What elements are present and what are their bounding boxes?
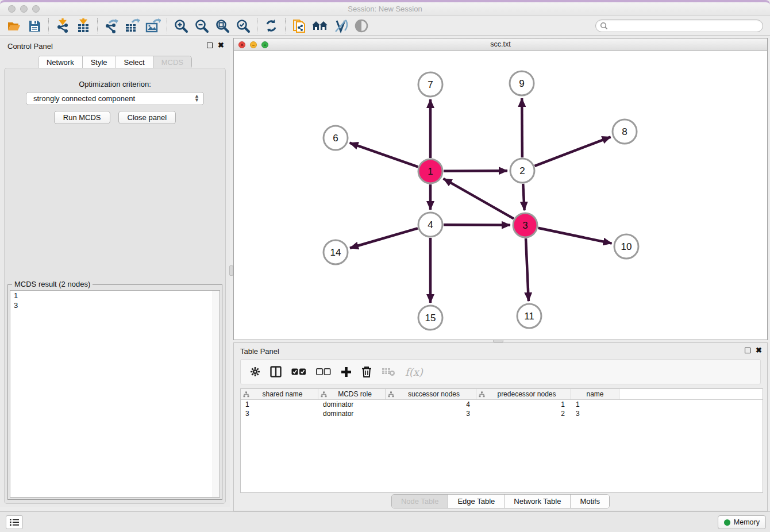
graph-edge-2-3[interactable] — [523, 184, 524, 210]
zoom-selected-icon[interactable] — [233, 17, 253, 34]
graph-edge-1-6[interactable] — [350, 143, 418, 167]
cell-shared-name[interactable]: 3 — [241, 409, 318, 418]
cell-mcds-role[interactable]: dominator — [318, 400, 386, 409]
table-panel-title: Table Panel — [240, 347, 279, 356]
delete-columns-icon[interactable] — [361, 366, 372, 377]
refresh-network-icon[interactable] — [261, 17, 282, 34]
zoom-in-icon[interactable] — [171, 17, 191, 34]
export-table-icon[interactable] — [122, 17, 143, 34]
open-session-icon[interactable] — [3, 17, 24, 34]
column-header-name[interactable]: name — [571, 389, 619, 399]
network-window-titlebar[interactable]: ✕ – + scc.txt — [234, 38, 767, 51]
vertical-split-handle[interactable] — [229, 265, 233, 276]
criterion-select[interactable]: strongly connected component ▲▼ — [26, 92, 204, 105]
graph-edge-3-1[interactable] — [444, 179, 514, 219]
graph-node-14[interactable]: 14 — [324, 240, 348, 264]
cell-mcds-role[interactable]: dominator — [318, 409, 386, 418]
tab-network-table[interactable]: Network Table — [505, 495, 571, 508]
export-image-icon[interactable] — [143, 17, 163, 34]
column-header-successor-nodes[interactable]: successor nodes — [386, 389, 476, 399]
cell-successor-nodes[interactable]: 3 — [386, 409, 476, 418]
select-all-icon[interactable] — [291, 368, 306, 376]
deselect-all-icon[interactable] — [316, 368, 331, 376]
close-panel-icon[interactable]: ✖ — [218, 42, 224, 49]
delete-table-icon[interactable] — [382, 367, 395, 376]
search-input[interactable] — [610, 21, 763, 31]
column-header-mcds-role[interactable]: MCDS role — [318, 389, 386, 399]
vizmapper-toggle-icon[interactable] — [330, 17, 351, 34]
control-panel-header: Control Panel ✖ — [0, 38, 230, 55]
show-graphics-details-icon[interactable] — [351, 17, 372, 34]
function-builder-icon[interactable]: f(x) — [405, 366, 423, 378]
settings-icon[interactable] — [250, 367, 260, 377]
home-icon[interactable] — [310, 17, 330, 34]
graph-node-label: 14 — [330, 247, 341, 258]
cell-predecessor-nodes[interactable]: 1 — [476, 400, 571, 409]
graph-node-2[interactable]: 2 — [510, 159, 534, 183]
result-scrollbar[interactable] — [213, 291, 220, 497]
cell-shared-name[interactable]: 1 — [241, 400, 318, 409]
column-header-shared-name[interactable]: shared name — [241, 389, 318, 399]
zoom-out-icon[interactable] — [191, 17, 212, 34]
import-network-icon[interactable] — [52, 17, 73, 34]
tab-node-table[interactable]: Node Table — [392, 495, 449, 508]
task-history-button[interactable] — [6, 515, 23, 529]
network-canvas[interactable]: 7968124314101511 — [234, 51, 767, 340]
graph-node-8[interactable]: 8 — [613, 119, 637, 144]
graph-node-label: 2 — [519, 165, 525, 176]
toggle-panel-icon[interactable] — [270, 366, 282, 377]
memory-button[interactable]: Memory — [718, 515, 766, 529]
graph-edge-3-10[interactable] — [538, 228, 612, 244]
graph-node-7[interactable]: 7 — [418, 72, 442, 97]
search-box[interactable] — [595, 20, 763, 32]
close-panel-button[interactable]: Close panel — [118, 111, 176, 124]
graph-node-label: 1 — [428, 166, 433, 177]
graph-edge-3-11[interactable] — [526, 238, 529, 301]
hierarchy-icon — [321, 391, 327, 398]
table-panel: Table Panel ✖ f(x) shared nameMCDS rol — [233, 342, 768, 511]
status-bar: Memory — [0, 511, 770, 532]
table-row[interactable]: 3dominator323 — [241, 409, 763, 418]
column-header-predecessor-nodes[interactable]: predecessor nodes — [476, 389, 571, 399]
control-panel-tabs: NetworkStyleSelectMCDS — [38, 56, 192, 69]
cell-name[interactable]: 3 — [571, 409, 619, 418]
float-table-panel-icon[interactable] — [745, 348, 750, 353]
node-table[interactable]: shared nameMCDS rolesuccessor nodesprede… — [240, 388, 763, 493]
add-column-icon[interactable] — [341, 367, 352, 377]
graph-edge-1-2[interactable] — [444, 171, 507, 171]
tab-style[interactable]: Style — [83, 56, 116, 68]
open-network-file-icon[interactable] — [289, 17, 310, 34]
tab-motifs[interactable]: Motifs — [571, 495, 609, 508]
tab-select[interactable]: Select — [116, 56, 153, 68]
graph-node-10[interactable]: 10 — [614, 234, 638, 259]
graph-node-11[interactable]: 11 — [517, 304, 541, 328]
table-row[interactable]: 1dominator411 — [241, 400, 763, 409]
run-mcds-button[interactable]: Run MCDS — [54, 111, 110, 124]
cell-predecessor-nodes[interactable]: 2 — [476, 409, 571, 418]
close-table-panel-icon[interactable]: ✖ — [756, 347, 762, 354]
graph-node-4[interactable]: 4 — [418, 213, 442, 237]
cell-name[interactable]: 1 — [571, 400, 619, 409]
mcds-result-group: MCDS result (2 nodes) 13 — [7, 284, 222, 500]
graph-node-6[interactable]: 6 — [324, 126, 348, 150]
mcds-result-area[interactable]: 13 — [10, 290, 220, 498]
graph-edge-2-9[interactable] — [522, 98, 522, 157]
criterion-value: strongly connected component — [33, 94, 135, 103]
tab-edge-table[interactable]: Edge Table — [448, 495, 505, 508]
tab-network[interactable]: Network — [38, 56, 83, 68]
float-panel-icon[interactable] — [207, 43, 213, 48]
network-view-window: ✕ – + scc.txt 7968124314101511 — [233, 38, 768, 340]
graph-edge-4-14[interactable] — [350, 228, 418, 248]
graph-edge-4-3[interactable] — [444, 225, 510, 225]
cell-successor-nodes[interactable]: 4 — [386, 400, 476, 409]
graph-node-15[interactable]: 15 — [418, 306, 442, 330]
tab-mcds[interactable]: MCDS — [153, 56, 191, 68]
zoom-fit-icon[interactable] — [212, 17, 233, 34]
import-table-icon[interactable] — [73, 17, 94, 34]
save-session-icon[interactable] — [24, 17, 45, 34]
graph-edge-2-8[interactable] — [534, 137, 610, 166]
graph-node-3[interactable]: 3 — [513, 213, 537, 237]
graph-node-1[interactable]: 1 — [418, 159, 442, 183]
graph-node-9[interactable]: 9 — [510, 71, 534, 95]
export-network-icon[interactable] — [101, 17, 122, 34]
